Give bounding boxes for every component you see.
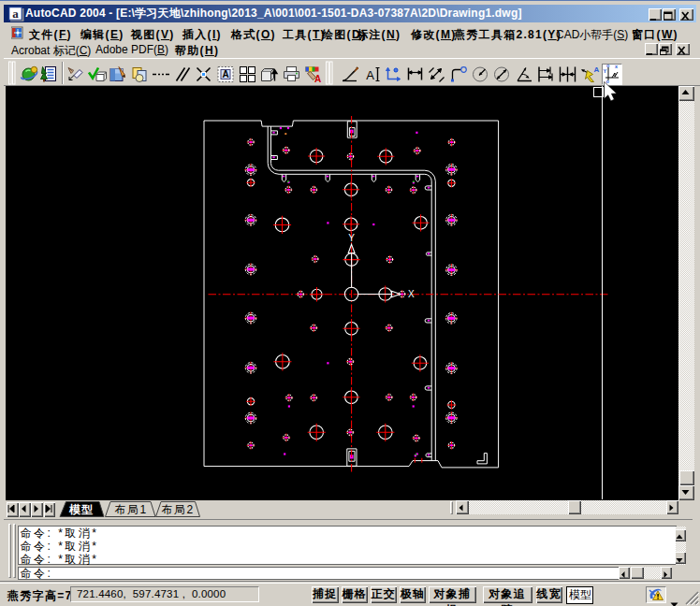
svg-text:A: A (366, 68, 374, 82)
svg-text:A: A (222, 69, 228, 79)
svg-text:o: o (606, 65, 610, 68)
svg-text:x: x (615, 65, 619, 69)
svg-text:布局2: 布局2 (161, 503, 194, 516)
svg-text:X: X (408, 289, 415, 299)
svg-text:Y: Y (348, 233, 355, 243)
svg-text:Y: Y (604, 68, 607, 74)
svg-text:A: A (594, 65, 600, 74)
svg-text:a: a (12, 7, 19, 21)
svg-text:A: A (314, 74, 321, 84)
svg-text:布局1: 布局1 (114, 503, 147, 516)
svg-text:模型: 模型 (68, 503, 94, 516)
